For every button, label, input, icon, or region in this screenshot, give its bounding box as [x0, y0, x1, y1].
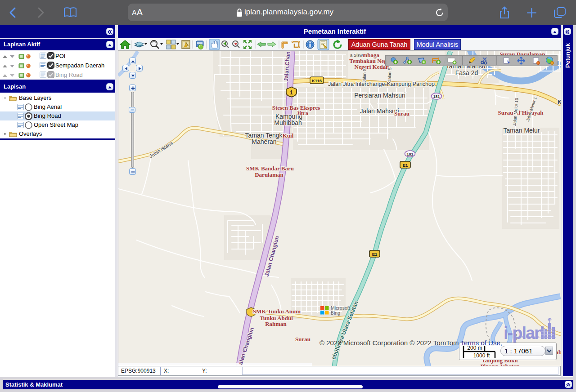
- svg-text:Persiaran Mahsuri: Persiaran Mahsuri: [354, 92, 405, 99]
- svg-text:Taman Melur: Taman Melur: [504, 127, 540, 134]
- svg-text:a Sisw: a Sisw: [350, 53, 363, 58]
- svg-text:E1: E1: [403, 163, 408, 168]
- svg-text:1: 1: [290, 89, 293, 96]
- svg-text:Jitra: Jitra: [297, 110, 309, 116]
- svg-text:Surau Al'Hidayah: Surau Al'Hidayah: [498, 109, 544, 116]
- svg-text:SMK Tunku Anum: SMK Tunku Anum: [253, 308, 301, 315]
- svg-text:K116: K116: [312, 78, 322, 83]
- svg-text:Negeri Kedah: Negeri Kedah: [355, 63, 390, 70]
- svg-text:Rahman: Rahman: [265, 321, 287, 327]
- svg-text:Jalan Mahsuri: Jalan Mahsuri: [360, 107, 399, 115]
- svg-text:Maheran: Maheran: [252, 138, 276, 145]
- svg-text:SEMENANJUNG MALAYSIA: SEMENANJUNG MALAYSIA: [518, 335, 556, 339]
- svg-text:Bing: Bing: [331, 310, 340, 316]
- svg-text:Surau: Surau: [295, 336, 310, 343]
- svg-text:181: 181: [433, 94, 440, 99]
- svg-text:E1: E1: [372, 252, 378, 257]
- svg-text:SMK Bandar Baru: SMK Bandar Baru: [246, 165, 294, 172]
- svg-text:Jalan S: Jalan S: [387, 67, 392, 82]
- svg-text:i-plan: i-plan: [504, 324, 544, 343]
- svg-text:1000 ft: 1000 ft: [473, 352, 490, 359]
- svg-text:Kuil: Kuil: [283, 132, 294, 139]
- svg-text:K: K: [558, 99, 561, 105]
- svg-text:Jalan Jitra Interchange-Kampun: Jalan Jitra Interchange-Kampung Panchop: [328, 81, 435, 87]
- svg-text:Fasa 2d: Fasa 2d: [455, 69, 478, 76]
- svg-text:181: 181: [406, 152, 413, 156]
- svg-text:Jalan S: Jalan S: [361, 68, 367, 83]
- svg-text:Muhibbah: Muhibbah: [274, 119, 302, 126]
- svg-text:Darulaman: Darulaman: [255, 171, 284, 178]
- svg-text:Surau: Surau: [394, 110, 410, 117]
